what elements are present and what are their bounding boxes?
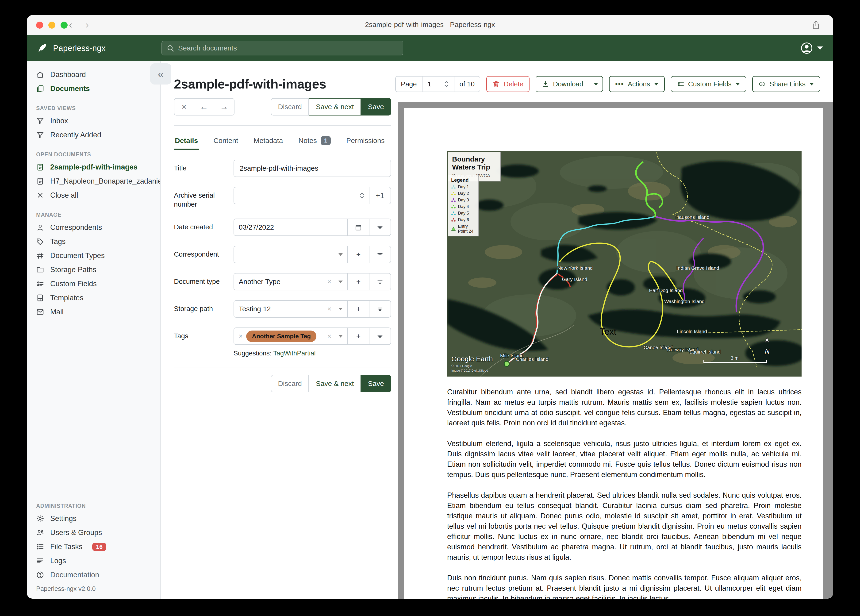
- clear-tags-button[interactable]: ×: [327, 332, 331, 340]
- sidebar-item-document-types[interactable]: Document Types: [27, 248, 160, 263]
- remove-tag-icon[interactable]: ×: [239, 332, 242, 340]
- document-type-label: Document type: [174, 273, 234, 291]
- filter-icon: [36, 131, 44, 139]
- save-next-button[interactable]: Save & next: [309, 98, 361, 115]
- correspondent-filter-button[interactable]: [369, 246, 391, 263]
- sidebar-item-templates[interactable]: Templates: [27, 291, 160, 305]
- download-button[interactable]: Download: [536, 76, 589, 92]
- clear-storage-path-button[interactable]: ×: [327, 305, 331, 313]
- suggestion-link[interactable]: TagWithPartial: [273, 350, 316, 357]
- user-menu[interactable]: [800, 41, 823, 55]
- document-icon: [36, 163, 44, 171]
- storage-path-label: Storage path: [174, 300, 234, 317]
- link-icon: [758, 80, 766, 88]
- sidebar-item-inbox[interactable]: Inbox: [27, 114, 160, 128]
- tag-chip[interactable]: Another Sample Tag: [246, 330, 316, 342]
- tab-metadata[interactable]: Metadata: [253, 133, 284, 150]
- sidebar-item-settings[interactable]: Settings: [27, 512, 160, 526]
- date-filter-button[interactable]: [369, 218, 391, 236]
- person-icon: [36, 223, 44, 231]
- download-split-button: Download: [536, 76, 603, 92]
- document-type-filter-button[interactable]: [369, 273, 391, 291]
- save-next-button-bottom[interactable]: Save & next: [309, 375, 361, 392]
- sidebar-item-close-all[interactable]: Close all: [27, 188, 160, 202]
- calendar-icon: [355, 223, 362, 231]
- sidebar-item-mail[interactable]: Mail: [27, 305, 160, 319]
- chevron-down-icon: [339, 308, 343, 310]
- title-field-label: Title: [174, 160, 234, 177]
- tab-permissions[interactable]: Permissions: [345, 133, 385, 150]
- delete-button[interactable]: Delete: [486, 76, 529, 92]
- page-stepper[interactable]: [444, 80, 449, 88]
- document-type-select[interactable]: Another Type ×: [234, 273, 348, 291]
- actions-button[interactable]: ••• Actions: [609, 76, 665, 92]
- calendar-button[interactable]: [348, 218, 369, 236]
- discard-button-bottom[interactable]: Discard: [271, 375, 309, 392]
- pdf-preview-pane[interactable]: Hausons Island New York Island Gary Isla…: [398, 102, 833, 599]
- user-avatar-icon: [800, 41, 813, 55]
- close-document-button[interactable]: ×: [174, 98, 194, 115]
- tab-content[interactable]: Content: [212, 133, 239, 150]
- paperless-leaf-icon: [37, 43, 48, 53]
- storage-path-select[interactable]: Testing 12 ×: [234, 300, 348, 317]
- next-document-button[interactable]: →: [214, 98, 234, 115]
- add-correspondent-button[interactable]: +: [348, 246, 369, 263]
- share-links-button[interactable]: Share Links: [752, 76, 820, 92]
- chevron-down-icon: [339, 335, 343, 338]
- previous-document-button[interactable]: ←: [194, 98, 214, 115]
- filter-lines-icon: [376, 251, 384, 258]
- discard-button[interactable]: Discard: [271, 98, 309, 115]
- mail-icon: [36, 308, 44, 316]
- sidebar-item-file-tasks[interactable]: File Tasks 16: [27, 540, 160, 554]
- title-input[interactable]: [234, 160, 391, 177]
- sidebar-item-tags[interactable]: Tags: [27, 234, 160, 248]
- search-input[interactable]: [178, 44, 398, 52]
- tab-details[interactable]: Details: [174, 133, 199, 150]
- brand[interactable]: Paperless-ngx: [37, 43, 162, 53]
- legend-dots-icon: [451, 211, 456, 215]
- sidebar-item-documentation[interactable]: Documentation: [27, 568, 160, 582]
- sidebar-item-correspondents[interactable]: Correspondents: [27, 220, 160, 234]
- date-created-input[interactable]: 03/27/2022: [234, 218, 348, 236]
- tab-notes[interactable]: Notes1: [298, 133, 332, 150]
- tags-filter-button[interactable]: [369, 327, 391, 345]
- sidebar-item-custom-fields[interactable]: Custom Fields: [27, 277, 160, 291]
- sidebar-item-documents[interactable]: Documents: [27, 82, 160, 96]
- legend-dots-icon: [451, 218, 456, 222]
- share-icon[interactable]: [811, 20, 821, 30]
- add-tag-button[interactable]: +: [348, 327, 369, 345]
- save-button[interactable]: Save: [361, 98, 391, 115]
- chevron-up-icon: [444, 80, 449, 84]
- asn-plus-one-button[interactable]: +1: [369, 187, 391, 204]
- chevron-up-icon: [359, 192, 364, 195]
- pdf-paragraph: Phasellus dapibus quam a hendrerit place…: [447, 490, 802, 563]
- sidebar-item-users-groups[interactable]: Users & Groups: [27, 526, 160, 540]
- sidebar-item-storage-paths[interactable]: Storage Paths: [27, 263, 160, 277]
- add-document-type-button[interactable]: +: [348, 273, 369, 291]
- asn-input[interactable]: [234, 187, 369, 204]
- google-earth-watermark: Google Earth: [451, 355, 493, 363]
- custom-fields-button[interactable]: Custom Fields: [671, 76, 746, 92]
- tags-select[interactable]: × Another Sample Tag ×: [234, 327, 348, 345]
- download-options-button[interactable]: [589, 76, 603, 92]
- add-storage-path-button[interactable]: +: [348, 300, 369, 317]
- asn-stepper[interactable]: [359, 192, 364, 199]
- detail-tabs: Details Content Metadata Notes1 Permissi…: [174, 133, 391, 150]
- sidebar-header-saved-views: SAVED VIEWS: [36, 105, 160, 112]
- sidebar-item-logs[interactable]: Logs: [27, 554, 160, 568]
- sidebar-collapse-button[interactable]: «: [150, 63, 171, 85]
- save-button-bottom[interactable]: Save: [361, 375, 391, 392]
- storage-path-filter-button[interactable]: [369, 300, 391, 317]
- chevron-down-icon: [593, 83, 598, 85]
- clear-document-type-button[interactable]: ×: [327, 278, 331, 286]
- sidebar-item-open-doc-2[interactable]: H7_Napoleon_Bonaparte_zadanie: [27, 174, 160, 188]
- file-tasks-badge: 16: [92, 543, 106, 551]
- sidebar-item-open-doc-1[interactable]: 2sample-pdf-with-images: [27, 160, 160, 174]
- map-label: Half Dog Island: [649, 288, 683, 293]
- correspondent-select[interactable]: [234, 246, 348, 263]
- sidebar-item-recently-added[interactable]: Recently Added: [27, 128, 160, 142]
- global-search: [162, 41, 403, 55]
- page-number-input[interactable]: [428, 80, 443, 88]
- sidebar-item-dashboard[interactable]: Dashboard: [27, 68, 160, 82]
- pdf-paragraph: Duis non tincidunt purus. Nam quis sapie…: [447, 573, 802, 599]
